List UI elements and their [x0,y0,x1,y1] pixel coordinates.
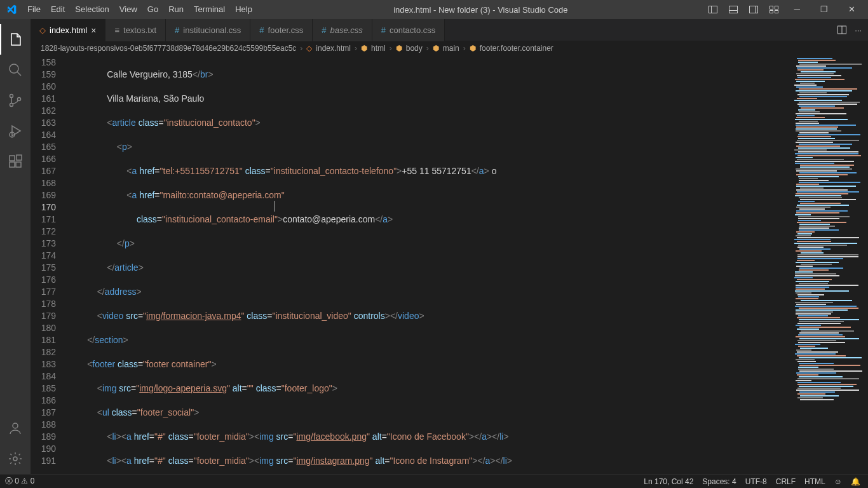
maximize-button[interactable]: ❐ [811,0,837,19]
tab-base-css[interactable]: #base.css [313,19,372,41]
svg-point-10 [10,64,18,73]
svg-line-11 [17,72,21,76]
tab-footer-css[interactable]: #footer.css [250,19,313,41]
menu-file[interactable]: File [22,0,46,19]
menu-run[interactable]: Run [163,0,189,19]
editor[interactable]: 1581591601611621631641651661671681691701… [31,55,868,474]
svg-rect-18 [16,162,21,167]
svg-rect-0 [709,6,717,13]
line-numbers: 1581591601611621631641651661671681691701… [31,55,67,474]
svg-rect-4 [749,6,757,13]
breadcrumbs[interactable]: 1828-layouts-responsivos-0eb5f677738d89e… [31,41,868,55]
menu-selection[interactable]: Selection [70,0,114,19]
title-bar: File Edit Selection View Go Run Terminal… [0,0,868,19]
vscode-logo-icon [0,4,22,15]
layout-right-icon[interactable] [745,4,763,15]
svg-point-21 [13,457,17,461]
extensions-icon[interactable] [0,146,31,177]
menu-view[interactable]: View [114,0,142,19]
status-language[interactable]: HTML [804,477,825,486]
status-encoding[interactable]: UTF-8 [745,477,767,486]
window-title: index.html - New folder (3) - Visual Stu… [257,5,704,15]
status-eol[interactable]: CRLF [776,477,796,486]
svg-rect-16 [10,156,15,161]
menu-edit[interactable]: Edit [46,0,70,19]
status-feedback-icon[interactable]: ☺ [834,477,842,486]
close-button[interactable]: ✕ [839,0,864,19]
tab-close-icon[interactable]: × [91,25,96,36]
account-icon[interactable] [0,413,31,444]
tab-index-html[interactable]: ◇index.html× [31,19,105,41]
menu-help[interactable]: Help [230,0,257,19]
activity-bar [0,19,31,474]
svg-rect-7 [775,6,778,10]
layout-custom-icon[interactable] [765,4,783,15]
tab-bar: ◇index.html× ≡textos.txt #institucional.… [31,19,868,41]
svg-point-20 [13,423,18,428]
more-actions-icon[interactable]: ··· [855,25,862,35]
svg-rect-8 [770,11,773,13]
status-position[interactable]: Ln 170, Col 42 [644,477,693,486]
menu-terminal[interactable]: Terminal [189,0,230,19]
tab-textos-txt[interactable]: ≡textos.txt [105,19,166,41]
minimize-button[interactable]: ─ [785,0,809,19]
svg-rect-17 [10,162,15,167]
svg-point-13 [10,104,13,107]
svg-rect-9 [775,11,778,13]
tab-institucional-css[interactable]: #institucional.css [166,19,250,41]
minimap[interactable] [792,55,868,474]
code-content[interactable]: Calle Vergueiro, 3185</br> Villa Mariana… [67,55,792,474]
status-errors[interactable]: ⓧ 0 ⚠ 0 [5,476,34,487]
svg-rect-19 [17,155,22,160]
layout-bottom-icon[interactable] [724,4,742,15]
svg-rect-2 [729,6,737,13]
tab-contacto-css[interactable]: #contacto.css [372,19,445,41]
menu-bar: File Edit Selection View Go Run Terminal… [22,0,257,19]
status-spaces[interactable]: Spaces: 4 [702,477,736,486]
status-bell-icon[interactable]: 🔔 [851,477,860,486]
run-debug-icon[interactable] [0,116,31,146]
split-editor-icon[interactable] [837,25,847,35]
svg-point-14 [18,98,21,101]
search-icon[interactable] [0,55,31,85]
layout-left-icon[interactable] [704,4,722,15]
explorer-icon[interactable] [0,24,31,55]
status-bar: ⓧ 0 ⚠ 0 Ln 170, Col 42 Spaces: 4 UTF-8 C… [0,474,868,488]
svg-point-12 [10,95,13,98]
source-control-icon[interactable] [0,85,31,116]
settings-icon[interactable] [0,444,31,474]
svg-rect-6 [770,6,773,10]
menu-go[interactable]: Go [142,0,163,19]
